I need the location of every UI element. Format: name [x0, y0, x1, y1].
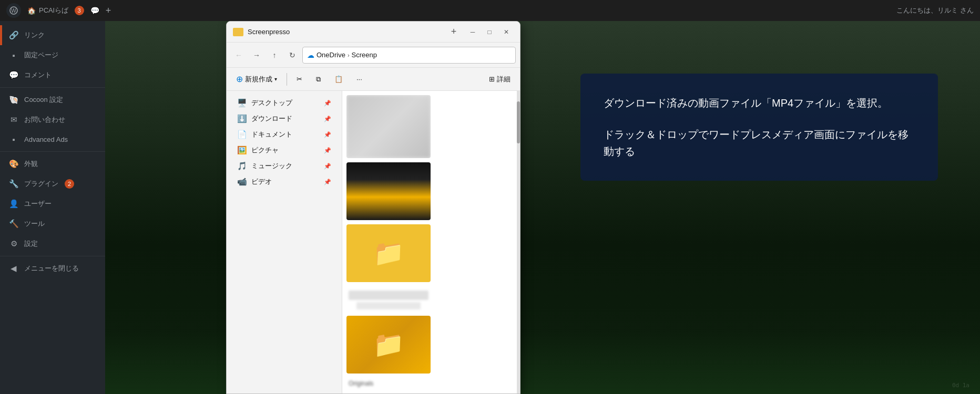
sidebar-item-links[interactable]: 🔗 リンク	[0, 25, 105, 45]
sidebar-label-users: ユーザー	[24, 199, 52, 209]
cut-button[interactable]: ✂	[291, 72, 308, 86]
new-tab-button[interactable]: +	[446, 25, 461, 39]
pin-icon-3: 📌	[324, 131, 331, 138]
address-bar[interactable]: ☁ OneDrive › Screenp	[302, 47, 516, 64]
onedrive-icon: ☁	[307, 51, 314, 59]
desktop-label: デスクトップ	[251, 98, 292, 108]
scroll-thumb[interactable]	[517, 101, 520, 143]
more-button[interactable]: ···	[351, 72, 368, 86]
details-label: 詳細	[497, 75, 511, 84]
new-item-button[interactable]: ⊕ 新規作成 ▾	[231, 71, 282, 87]
quick-access-desktop[interactable]: 🖥️ デスクトップ 📌	[229, 95, 340, 111]
sidebar-item-contact[interactable]: ✉ お問い合わせ	[0, 110, 105, 130]
file-thumb-1[interactable]	[346, 95, 431, 158]
update-badge[interactable]: 3	[75, 6, 84, 15]
window-titlebar: Screenpresso + ─ □ ✕	[227, 22, 520, 43]
info-card: ダウンロード済みの動画ファイル「MP4ファイル」を選択。 ドラック＆ドロップでワ…	[580, 74, 938, 181]
sidebar-item-plugins[interactable]: 🔧 プラグイン 2	[0, 174, 105, 194]
file-meta-1	[346, 288, 431, 312]
window-title-text: Screenpresso	[248, 28, 442, 36]
appearance-icon: 🎨	[8, 159, 19, 169]
sidebar-label-cocoon: Cocoon 設定	[24, 95, 63, 105]
sidebar-label-comments: コメント	[24, 70, 52, 80]
new-icon: ⊕	[236, 74, 243, 84]
comment-topbar-icon[interactable]: 💬	[90, 6, 99, 15]
up-button[interactable]: ↑	[267, 47, 282, 63]
main-files-area[interactable]: 📁 📁	[342, 91, 520, 393]
sidebar-label-plugins: プラグイン	[24, 179, 58, 189]
action-sep-1	[287, 73, 287, 86]
plugins-badge: 2	[65, 179, 74, 189]
quick-access-documents[interactable]: 📄 ドキュメント 📌	[229, 127, 340, 142]
home-icon: 🏠	[27, 7, 36, 15]
documents-label: ドキュメント	[251, 130, 292, 139]
file-thumb-folder-1[interactable]: 📁	[346, 224, 431, 282]
desktop-icon: 🖥️	[237, 98, 247, 108]
pin-icon: 📌	[324, 100, 331, 107]
copy-icon: ⧉	[316, 75, 321, 84]
topbar-left: W 🏠 PCAlらば 3 💬 +	[6, 3, 111, 18]
sidebar-item-close-menu[interactable]: ◀ メニューを閉じる	[0, 258, 105, 278]
topbar: W 🏠 PCAlらば 3 💬 + こんにちは、リルミ さん	[0, 0, 980, 21]
info-card-text2: ドラック＆ドロップでワードプレスメディア画面にファイルを移動する	[604, 126, 915, 160]
downloads-label: ダウンロード	[251, 114, 292, 123]
videos-label: ビデオ	[251, 177, 272, 186]
quick-access-panel: 🖥️ デスクトップ 📌 ⬇️ ダウンロード 📌 📄 ドキュメント 📌	[227, 91, 342, 393]
cut-icon: ✂	[297, 75, 302, 83]
plus-icon[interactable]: +	[106, 5, 111, 16]
more-icon: ···	[356, 75, 362, 83]
sidebar-sep-2	[0, 151, 105, 152]
sidebar-item-cocoon[interactable]: 🐚 Cocoon 設定	[0, 90, 105, 110]
settings-icon: ⚙	[8, 239, 19, 248]
sidebar-item-pages[interactable]: ▪ 固定ページ	[0, 45, 105, 65]
site-name[interactable]: 🏠 PCAlらば	[27, 6, 68, 15]
user-icon: 👤	[8, 199, 19, 209]
window-controls: ─ □ ✕	[465, 25, 514, 39]
quick-access-downloads[interactable]: ⬇️ ダウンロード 📌	[229, 111, 340, 127]
info-card-text1: ダウンロード済みの動画ファイル「MP4ファイル」を選択。	[604, 95, 915, 111]
pictures-icon: 🖼️	[237, 146, 247, 155]
onedrive-label: OneDrive	[317, 51, 345, 59]
copy-button[interactable]: ⧉	[311, 72, 326, 87]
documents-icon: 📄	[237, 130, 247, 139]
file-row-4: 📁	[346, 316, 516, 374]
file-row-1	[346, 95, 516, 158]
folder-title-icon	[233, 28, 243, 36]
file-row-2: 📁	[346, 162, 516, 282]
file-thumb-video[interactable]	[346, 162, 431, 220]
back-button[interactable]: ←	[231, 47, 247, 63]
quick-access-pictures[interactable]: 🖼️ ピクチャ 📌	[229, 142, 340, 158]
refresh-button[interactable]: ↻	[284, 47, 300, 63]
quick-access-music[interactable]: 🎵 ミュージック 📌	[229, 158, 340, 174]
file-thumb-folder-2[interactable]: 📁	[346, 316, 431, 374]
file-explorer-window: Screenpresso + ─ □ ✕ ← → ↑ ↻ ☁ OneDrive …	[226, 21, 520, 394]
explorer-body: 🖥️ デスクトップ 📌 ⬇️ ダウンロード 📌 📄 ドキュメント 📌	[227, 91, 520, 393]
paste-button[interactable]: 📋	[329, 72, 348, 86]
sidebar-label-tools: ツール	[24, 219, 45, 229]
sidebar-item-comments[interactable]: 💬 コメント	[0, 65, 105, 85]
explorer-actions: ⊕ 新規作成 ▾ ✂ ⧉ 📋 ··· ⊞	[227, 68, 520, 91]
sidebar-item-users[interactable]: 👤 ユーザー	[0, 194, 105, 214]
details-icon: ⊞	[489, 75, 495, 83]
collapse-icon: ◀	[8, 264, 19, 273]
cocoon-icon: 🐚	[8, 95, 19, 105]
sidebar-item-appearance[interactable]: 🎨 外観	[0, 154, 105, 174]
sidebar-item-tools[interactable]: 🔨 ツール	[0, 214, 105, 234]
sidebar-item-advanced-ads[interactable]: ▪ Advanced Ads	[0, 130, 105, 149]
pin-icon-5: 📌	[324, 163, 331, 170]
forward-button[interactable]: →	[249, 47, 264, 63]
close-button[interactable]: ✕	[499, 25, 514, 39]
sidebar-sep-3	[0, 256, 105, 256]
quick-access-videos[interactable]: 📹 ビデオ 📌	[229, 174, 340, 190]
music-icon: 🎵	[237, 161, 247, 171]
scrollbar[interactable]	[517, 91, 520, 393]
wp-logo-icon[interactable]: W	[6, 3, 21, 18]
explorer-toolbar: ← → ↑ ↻ ☁ OneDrive › Screenp	[227, 43, 520, 68]
maximize-button[interactable]: □	[482, 25, 497, 39]
greeting-text: こんにちは、リルミ さん	[896, 6, 974, 15]
details-button[interactable]: ⊞ 詳細	[484, 71, 516, 87]
sidebar-item-settings[interactable]: ⚙ 設定	[0, 234, 105, 254]
address-chevron-icon: ›	[348, 52, 350, 58]
new-label: 新規作成	[245, 75, 272, 84]
minimize-button[interactable]: ─	[465, 25, 480, 39]
